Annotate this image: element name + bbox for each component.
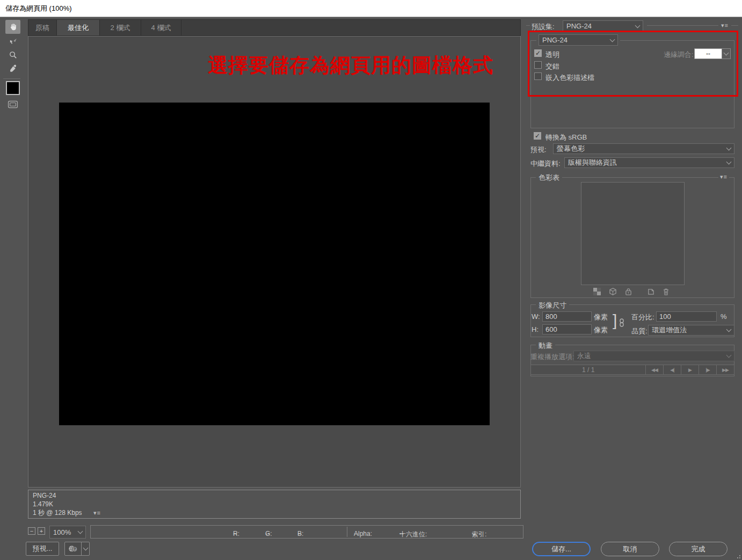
preview-mode-value: 螢幕色彩 [557, 144, 585, 154]
preview-in-browser-button[interactable]: 預視... [26, 542, 59, 556]
new-color-icon[interactable] [648, 288, 654, 297]
preset-panel-menu-icon[interactable]: ▾≡ [721, 22, 729, 29]
info-filesize: 1.479K [33, 500, 516, 508]
map-transparency-icon[interactable] [593, 288, 601, 297]
g-value: -- [265, 530, 270, 537]
matte-value: -- [706, 50, 710, 57]
window-title: 儲存為網頁用 (100%) [5, 4, 72, 13]
first-frame-button: ◀◀ [645, 365, 663, 374]
link-bracket: ] [613, 311, 617, 330]
chevron-down-icon [78, 529, 83, 534]
zoom-level-value: 100% [53, 528, 71, 536]
frame-counter: 1 / 1 [582, 366, 594, 374]
animation-label: 動畫 [536, 341, 555, 351]
width-label: W: [532, 312, 540, 321]
tab-original[interactable]: 原稿 [28, 20, 57, 35]
preset-select[interactable]: PNG-24 [563, 20, 643, 32]
index-value: -- [472, 530, 476, 537]
window-titlebar: 儲存為網頁用 (100%) [0, 0, 742, 17]
transparency-checkbox[interactable]: ✓ [534, 49, 542, 57]
hex-value: -- [399, 530, 404, 537]
matte-swatch[interactable]: -- [694, 48, 722, 59]
tab-4up[interactable]: 4 欄式 [141, 20, 181, 35]
quality-value: 環迴增值法 [652, 325, 687, 335]
web-shift-icon[interactable] [609, 288, 617, 297]
height-unit-label: 像素 [594, 325, 608, 335]
preview-mode-select[interactable]: 螢幕色彩 [553, 143, 734, 154]
embed-profile-checkbox[interactable] [534, 72, 542, 80]
b-value: -- [297, 530, 302, 537]
chevron-down-icon [610, 37, 615, 42]
info-download-time: 1 秒 @ 128 Kbps [33, 509, 82, 517]
chevron-down-icon [726, 327, 732, 332]
slice-visibility-icon [8, 100, 18, 109]
toggle-slices-visibility-button[interactable] [5, 97, 20, 111]
quality-select[interactable]: 環迴增值法 [648, 325, 734, 336]
done-button[interactable]: 完成 [669, 542, 728, 556]
play-button: ▶ [681, 365, 699, 374]
cancel-button-label: 取消 [623, 544, 637, 554]
cancel-button[interactable]: 取消 [601, 542, 659, 556]
delete-color-icon[interactable] [663, 288, 670, 297]
color-table-swatches[interactable] [581, 182, 685, 285]
width-input[interactable] [542, 311, 592, 322]
svg-text:?: ? [74, 547, 76, 551]
metadata-select[interactable]: 版權與聯絡資訊 [564, 157, 734, 168]
tab-4up-label: 4 欄式 [151, 23, 171, 33]
slice-select-tool-button[interactable] [5, 34, 20, 48]
download-speed-menu-icon[interactable]: ▾≡ [93, 510, 101, 516]
slice-select-icon [9, 37, 18, 46]
convert-srgb-label: 轉換為 sRGB [545, 133, 587, 142]
preset-label: 預設集: [532, 22, 555, 32]
toolbar-divider [3, 78, 20, 79]
color-table-menu-icon[interactable]: ▾≡ [718, 173, 729, 180]
browser-select-arrow[interactable] [81, 542, 89, 555]
magnifier-icon [9, 50, 18, 60]
chevron-down-icon [724, 50, 729, 56]
convert-srgb-checkbox[interactable]: ✓ [534, 132, 541, 140]
readout-divider [347, 527, 347, 537]
info-format: PNG-24 [33, 491, 516, 500]
check-icon: ✓ [535, 49, 541, 57]
eyedropper-icon [9, 64, 18, 73]
quality-label: 品質: [631, 326, 648, 336]
height-input[interactable] [542, 324, 592, 334]
resize-grip-icon[interactable] [736, 554, 740, 558]
loop-options-value: 永遠 [577, 351, 591, 361]
hand-tool-button[interactable] [5, 20, 20, 34]
zoom-level-select[interactable]: 100% [49, 526, 86, 539]
save-button[interactable]: 儲存... [532, 542, 591, 556]
eyedropper-color-swatch[interactable] [6, 81, 20, 95]
tab-optimized[interactable]: 最佳化 [57, 20, 100, 35]
preview-image[interactable] [59, 103, 490, 425]
zoom-out-button[interactable]: − [28, 527, 35, 535]
loop-options-select: 永遠 [573, 351, 734, 361]
chevron-down-icon [635, 23, 641, 28]
percent-input[interactable] [656, 311, 717, 322]
tab-2up[interactable]: 2 欄式 [100, 20, 141, 35]
metadata-label: 中繼資料: [530, 159, 561, 169]
preview-mode-label: 預視: [530, 145, 547, 155]
preset-value: PNG-24 [566, 22, 592, 30]
matte-label: 邊緣調合: [664, 50, 694, 60]
save-button-label: 儲存... [551, 544, 571, 554]
preset-line-right [731, 25, 738, 26]
browser-globe-icon: ? [65, 544, 81, 553]
chevron-down-icon [726, 146, 732, 151]
eyedropper-tool-button[interactable] [5, 61, 20, 75]
color-table-label: 色彩表 [536, 173, 562, 183]
preset-line-left [526, 25, 530, 26]
lock-color-icon[interactable] [625, 288, 632, 297]
format-select[interactable]: PNG-24 [539, 34, 618, 46]
color-readout-bar: R: -- G: -- B: -- Alpha: -- 十六進位: -- 索引:… [90, 525, 523, 539]
link-dimensions-icon[interactable] [619, 318, 624, 329]
percent-unit-label: % [721, 312, 727, 321]
zoom-in-button[interactable]: + [38, 527, 45, 535]
interlaced-checkbox[interactable] [534, 61, 542, 69]
format-value: PNG-24 [542, 36, 568, 44]
browser-select-button[interactable]: ? [64, 542, 90, 556]
zoom-tool-button[interactable] [5, 48, 20, 62]
matte-select-arrow[interactable] [722, 48, 731, 59]
alpha-value: -- [354, 530, 358, 537]
plus-icon: + [40, 528, 43, 534]
